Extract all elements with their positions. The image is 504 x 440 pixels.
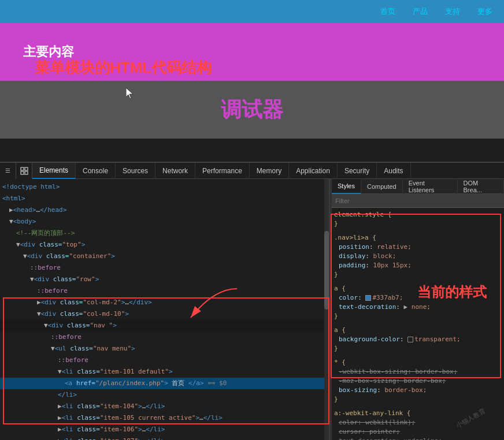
devtools-main-content: <!doctype html> <html> ▶<head>…</head> ▼…: [0, 179, 504, 440]
tab-audits[interactable]: Audits: [377, 163, 410, 179]
debugger-section: 调试器: [0, 81, 504, 139]
styles-content: element.style { } .nav>li>a { position: …: [332, 208, 504, 440]
subtab-computed[interactable]: Computed: [361, 179, 403, 194]
debugger-text: 调试器: [221, 96, 283, 124]
devtools-panel: ☰ Elements Console Sources Network: [0, 162, 504, 440]
styles-filter-bar: [332, 194, 504, 208]
devtools-icon-area: ☰: [0, 163, 16, 179]
browser-preview: 首页 产品 支持 更多 主要内容 调试器: [0, 0, 504, 162]
tree-line: <!doctype html>: [0, 181, 329, 193]
nav-link-support[interactable]: 支持: [445, 6, 460, 17]
tree-line: ▼<body>: [0, 216, 329, 228]
nav-link-home[interactable]: 首页: [380, 6, 395, 17]
tab-application[interactable]: Application: [289, 163, 338, 179]
tree-line: ::before: [0, 262, 329, 274]
tree-line: ::before: [0, 285, 329, 297]
hero-section: 主要内容: [0, 23, 504, 81]
subtab-styles[interactable]: Styles: [332, 179, 361, 194]
tree-line: ▼<div class="top">: [0, 239, 329, 251]
main-content-label: 主要内容: [23, 43, 74, 61]
style-rule-webkit-link: a:-webkit-any-link { color: webkit(link)…: [334, 409, 502, 440]
svg-rect-4: [21, 171, 24, 174]
tab-console[interactable]: Console: [76, 163, 116, 179]
style-rule-box-sizing: * { -webkit-box-sizing: border-box; -moz…: [334, 358, 502, 404]
subtab-dom-breakpoints[interactable]: DOM Brea...: [458, 179, 504, 194]
svg-rect-5: [25, 171, 28, 174]
tree-line: ▼<ul class="nav menu">: [0, 343, 329, 355]
tab-memory[interactable]: Memory: [250, 163, 289, 179]
svg-rect-2: [21, 167, 24, 170]
subtab-event-listeners[interactable]: Event Listeners: [403, 179, 458, 194]
tree-line: ▼<div class="col-md-10">: [0, 308, 329, 320]
tree-line: <html>: [0, 193, 329, 204]
tree-line: </li>: [0, 389, 329, 401]
style-rule-a-bg: a { background-color: transparent; }: [334, 326, 502, 353]
tree-line: <!--网页的顶部-->: [0, 228, 329, 239]
tab-security[interactable]: Security: [338, 163, 377, 179]
tree-line: ▶<li class="item-107">…</li>: [0, 435, 329, 440]
tree-line: ▼<li class="item-101 default">: [0, 366, 329, 378]
tab-performance[interactable]: Performance: [195, 163, 250, 179]
tree-line: ▶<li class="item-106">…</li>: [0, 424, 329, 435]
style-rule-element: element.style { }: [334, 210, 502, 229]
nav-bar: 首页 产品 支持 更多: [0, 0, 504, 23]
tree-line: ▶<div class="col-md-2">…</div>: [0, 297, 329, 308]
html-panel: <!doctype html> <html> ▶<head>…</head> ▼…: [0, 179, 329, 440]
devtools-tab-bar: ☰ Elements Console Sources Network: [0, 163, 504, 179]
tab-sources[interactable]: Sources: [116, 163, 155, 179]
tree-line: ▶<li class="item-105 current active">…</…: [0, 412, 329, 424]
tab-network[interactable]: Network: [155, 163, 195, 179]
style-rule-a-color: a { color: #337ab7; text-decoration: ▶ n…: [334, 284, 502, 321]
tree-line: ::before: [0, 331, 329, 343]
tree-line: ::before: [0, 355, 329, 366]
tree-line: ▶<li class="item-104">…</li>: [0, 401, 329, 412]
styles-subtabs: Styles Computed Event Listeners DOM Brea…: [332, 179, 504, 194]
tree-line: ▼<div class="nav ">: [0, 320, 329, 331]
html-panel-scrollbar[interactable]: [324, 179, 329, 440]
styles-panel: Styles Computed Event Listeners DOM Brea…: [332, 179, 504, 440]
style-rule-nav-a: .nav>li>a { position: relative; display:…: [334, 233, 502, 279]
styles-filter-input[interactable]: [335, 197, 501, 204]
tree-line-selected[interactable]: <a href="/planc/index.php"> 首页 </a> == $…: [0, 378, 329, 389]
tree-line: ▶<head>…</head>: [0, 204, 329, 216]
devtools-inspect-icon[interactable]: [16, 163, 32, 179]
tree-line: ▼<div class="row">: [0, 274, 329, 285]
nav-link-more[interactable]: 更多: [477, 6, 492, 17]
html-tree: <!doctype html> <html> ▶<head>…</head> ▼…: [0, 179, 329, 440]
svg-rect-3: [25, 167, 28, 170]
tab-elements[interactable]: Elements: [32, 163, 76, 179]
tree-line: ▼<div class="container">: [0, 251, 329, 262]
nav-link-products[interactable]: 产品: [413, 6, 428, 17]
